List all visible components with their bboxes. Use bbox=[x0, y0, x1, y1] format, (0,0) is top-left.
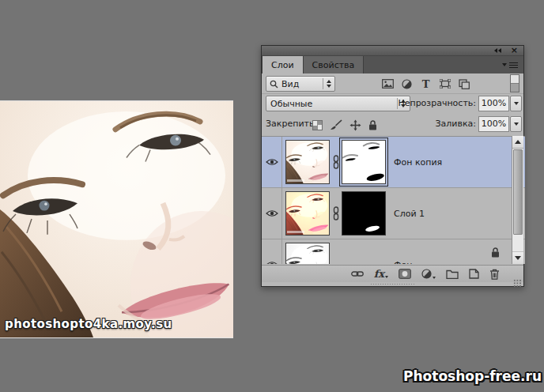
layers-list: Фон копия Слой 1 bbox=[262, 136, 525, 264]
thumbnail-watermark bbox=[287, 231, 304, 233]
scroll-down-icon[interactable] bbox=[512, 251, 523, 264]
select-arrows-icon bbox=[323, 78, 331, 89]
layers-panel: × Слои Свойства Вид T bbox=[261, 45, 524, 287]
fill-label: Заливка: bbox=[435, 119, 476, 129]
collapse-panel-icon[interactable] bbox=[494, 48, 501, 53]
visibility-eye-icon[interactable] bbox=[262, 239, 282, 264]
lock-pixels-brush-icon[interactable] bbox=[330, 119, 342, 130]
scrollbar-thumb[interactable] bbox=[513, 149, 523, 235]
layer-mask-thumbnail[interactable] bbox=[342, 140, 386, 184]
document-canvas[interactable]: photoshopto4ka.moy.su bbox=[0, 100, 233, 338]
photo-image bbox=[0, 101, 233, 337]
panel-toolbar: fx bbox=[262, 265, 523, 282]
new-layer-icon[interactable] bbox=[469, 269, 479, 279]
layer-name: Фон bbox=[394, 239, 412, 264]
layer-row-fon-kopiya[interactable]: Фон копия bbox=[262, 137, 525, 188]
link-layers-icon[interactable] bbox=[351, 270, 364, 277]
filter-kind-value: Вид bbox=[281, 79, 299, 89]
lock-position-move-icon[interactable] bbox=[349, 119, 361, 131]
site-watermark: Photoshop-free.ru bbox=[403, 368, 542, 384]
layer-name: Фон копия bbox=[394, 137, 442, 187]
lock-all-icon[interactable] bbox=[368, 120, 377, 130]
layer-row-fon[interactable]: Фон bbox=[262, 239, 525, 264]
blend-mode-value: Обычные bbox=[270, 99, 312, 109]
background-lock-icon bbox=[491, 247, 500, 258]
panel-menu-icon[interactable] bbox=[502, 56, 523, 74]
layer-mask-thumbnail[interactable] bbox=[342, 191, 386, 236]
layer-filtering-toggle[interactable] bbox=[510, 74, 519, 92]
mask-link-chain-icon[interactable] bbox=[332, 155, 340, 169]
layers-scrollbar[interactable] bbox=[512, 136, 523, 264]
layer-styles-fx-icon[interactable]: fx bbox=[374, 270, 388, 278]
blend-bar: Обычные Непрозрачность: 100% bbox=[262, 96, 523, 113]
visibility-eye-icon[interactable] bbox=[262, 137, 282, 187]
layer-thumbnail[interactable] bbox=[285, 243, 330, 264]
layer-thumbnail[interactable] bbox=[285, 191, 330, 236]
layer-thumbnail[interactable] bbox=[285, 140, 330, 184]
filter-smart-objects-icon[interactable] bbox=[458, 77, 470, 90]
panel-tabbar: Слои Свойства bbox=[262, 56, 523, 74]
panel-bottom-edge bbox=[262, 282, 523, 287]
opacity-value[interactable]: 100% bbox=[478, 96, 509, 111]
filter-bar: Вид T bbox=[262, 74, 523, 94]
new-group-folder-icon[interactable] bbox=[446, 270, 459, 279]
filter-kind-select[interactable]: Вид bbox=[266, 76, 335, 92]
visibility-eye-icon[interactable] bbox=[262, 188, 282, 239]
panel-drag-grabber[interactable] bbox=[370, 283, 416, 286]
new-adjustment-layer-icon[interactable] bbox=[421, 269, 436, 279]
lock-transparency-icon[interactable] bbox=[312, 120, 323, 130]
fill-dropdown-arrow-icon[interactable] bbox=[510, 116, 522, 132]
add-layer-mask-icon[interactable] bbox=[399, 269, 411, 279]
tab-layers[interactable]: Слои bbox=[262, 56, 304, 74]
fill-value[interactable]: 100% bbox=[478, 116, 509, 132]
lock-bar: Закрепить: Заливка: 100% bbox=[262, 116, 523, 134]
blend-mode-select[interactable]: Обычные bbox=[266, 96, 410, 111]
delete-layer-trash-icon[interactable] bbox=[489, 269, 500, 280]
close-panel-icon[interactable]: × bbox=[511, 47, 518, 55]
panel-titlebar: × bbox=[262, 46, 523, 56]
lock-label: Закрепить: bbox=[266, 119, 317, 129]
opacity-dropdown-arrow-icon[interactable] bbox=[510, 96, 522, 111]
tab-properties[interactable]: Свойства bbox=[304, 56, 365, 74]
layer-row-sloy-1[interactable]: Слой 1 bbox=[262, 188, 525, 239]
filter-type-layers-icon[interactable]: T bbox=[420, 77, 432, 90]
thumbnail-watermark bbox=[287, 179, 304, 182]
photo-watermark: photoshopto4ka.moy.su bbox=[5, 317, 172, 331]
filter-adjustment-layers-icon[interactable] bbox=[401, 77, 413, 90]
opacity-label: Непрозрачность: bbox=[398, 98, 476, 108]
scroll-up-icon[interactable] bbox=[512, 136, 523, 149]
filter-pixel-layers-icon[interactable] bbox=[382, 77, 394, 90]
search-icon bbox=[270, 80, 278, 89]
mask-link-chain-icon[interactable] bbox=[332, 206, 340, 220]
filter-shape-layers-icon[interactable] bbox=[439, 77, 451, 90]
layer-name: Слой 1 bbox=[394, 188, 425, 239]
